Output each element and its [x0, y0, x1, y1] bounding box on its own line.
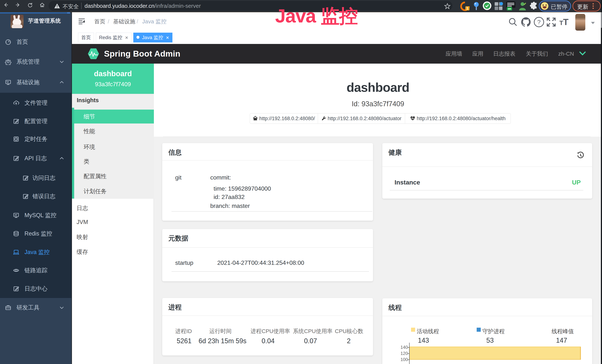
svg-text:?: ?	[537, 19, 541, 25]
svg-text:1: 1	[466, 7, 468, 10]
svg-text:T: T	[559, 19, 563, 26]
svg-text:T: T	[563, 17, 569, 27]
svg-text:on: on	[508, 7, 511, 10]
